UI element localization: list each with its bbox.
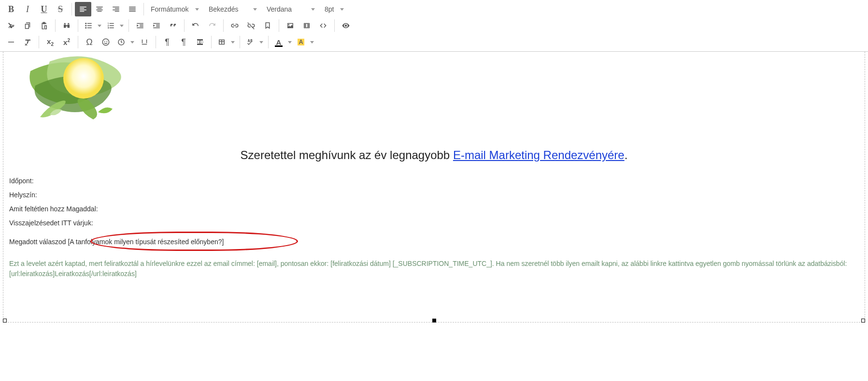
pagebreak-button[interactable]: [192, 35, 208, 49]
nonbreaking-space-button[interactable]: [136, 35, 153, 49]
paste-button[interactable]: [36, 18, 52, 33]
datetime-caret[interactable]: [128, 35, 136, 49]
subscript-button[interactable]: x2: [42, 35, 58, 49]
anchor-button[interactable]: [259, 18, 276, 33]
quote-icon: [169, 21, 177, 30]
place-row: Helyszín:: [9, 190, 859, 200]
outdent-button[interactable]: [132, 18, 148, 33]
svg-point-3: [102, 39, 109, 45]
spellcheck-split: [243, 35, 265, 49]
editor-canvas[interactable]: Szeretettel meghívunk az év legnagyobb E…: [3, 52, 865, 322]
toolbar-row-2: [0, 17, 868, 34]
answer-label: Megadott válaszod: [9, 238, 66, 246]
resize-handle-bl[interactable]: [3, 319, 7, 322]
bullet-list-caret[interactable]: [96, 18, 103, 33]
film-icon: [302, 21, 311, 30]
separator: [334, 19, 335, 32]
formats-dropdown[interactable]: Formátumok: [146, 2, 204, 16]
chevron-down-icon: [120, 25, 124, 27]
invitation-prefix: Szeretettel meghívunk az év legnagyobb: [241, 148, 453, 161]
feedback-row: Visszajelzésedet ITT várjuk:: [9, 219, 859, 228]
rtl-icon: ¶: [181, 37, 186, 47]
align-center-button[interactable]: [91, 2, 108, 16]
paragraph-label: Bekezdés: [209, 5, 238, 13]
subscript-icon: x2: [47, 37, 54, 47]
table-caret[interactable]: [229, 35, 237, 49]
blockquote-button[interactable]: [165, 18, 181, 33]
separator: [78, 36, 78, 48]
align-justify-button[interactable]: [124, 2, 141, 16]
separator: [279, 19, 279, 32]
emoticons-button[interactable]: [98, 35, 114, 49]
align-left-icon: [79, 5, 87, 14]
chevron-down-icon: [130, 41, 134, 44]
spellcheck-caret[interactable]: [257, 35, 265, 49]
underline-button[interactable]: U: [36, 2, 52, 16]
italic-icon: I: [26, 4, 29, 15]
bring-row: Amit feltétlen hozz Magaddal:: [9, 205, 859, 214]
clear-formatting-button[interactable]: [19, 35, 36, 49]
find-replace-button[interactable]: [58, 18, 75, 33]
indent-icon: [152, 21, 161, 30]
indent-button[interactable]: [148, 18, 165, 33]
rtl-button[interactable]: ¶: [175, 35, 192, 49]
bold-button[interactable]: B: [3, 2, 19, 16]
text-color-caret[interactable]: [286, 35, 294, 49]
separator: [143, 3, 144, 15]
spellcheck-button[interactable]: [243, 35, 257, 49]
align-center-icon: [95, 5, 104, 14]
insert-image-button[interactable]: [282, 18, 299, 33]
insert-datetime-button[interactable]: [114, 35, 128, 49]
text-color-button[interactable]: A: [271, 35, 286, 49]
horizontal-rule-button[interactable]: [3, 35, 19, 49]
invitation-link[interactable]: E-mail Marketing Rendezvényére: [453, 148, 625, 161]
bullet-list-icon: [84, 21, 93, 30]
numbered-list-icon: [106, 21, 115, 30]
numbered-list-button[interactable]: [103, 18, 118, 33]
chevron-down-icon: [311, 8, 315, 11]
resize-handle-bc[interactable]: [432, 319, 436, 322]
remove-link-button[interactable]: [243, 18, 259, 33]
align-left-button[interactable]: [75, 2, 91, 16]
datetime-split: [114, 35, 136, 49]
paragraph-dropdown[interactable]: Bekezdés: [204, 2, 262, 16]
spellcheck-icon: [246, 38, 255, 46]
toolbar-row-3: x2 x2 Ω ¶ ¶: [0, 34, 868, 50]
nbsp-icon: [140, 38, 149, 46]
numbered-list-caret[interactable]: [118, 18, 126, 33]
insert-media-button[interactable]: [299, 18, 315, 33]
align-right-button[interactable]: [108, 2, 124, 16]
bullet-list-button[interactable]: [81, 18, 96, 33]
insert-link-button[interactable]: [227, 18, 243, 33]
chevron-down-icon: [259, 41, 263, 44]
preview-button[interactable]: [338, 18, 354, 33]
resize-handle-br[interactable]: [861, 319, 865, 322]
cut-button[interactable]: [3, 18, 19, 33]
svg-point-7: [63, 58, 104, 99]
ltr-button[interactable]: ¶: [159, 35, 175, 49]
undo-button[interactable]: [187, 18, 204, 33]
chevron-down-icon: [340, 8, 344, 11]
undo-icon: [191, 21, 200, 30]
editor-area: Szeretettel meghívunk az év legnagyobb E…: [0, 52, 868, 325]
formats-label: Formátumok: [151, 5, 189, 13]
bg-color-caret[interactable]: [308, 35, 316, 49]
italic-button[interactable]: I: [19, 2, 36, 16]
invitation-headline: Szeretettel meghívunk az év legnagyobb E…: [6, 148, 862, 162]
font-size-dropdown[interactable]: 8pt: [320, 2, 349, 16]
time-row: Időpont:: [9, 176, 859, 186]
chevron-down-icon: [195, 8, 199, 11]
copy-button[interactable]: [19, 18, 36, 33]
superscript-button[interactable]: x2: [58, 35, 75, 49]
strikethrough-button[interactable]: S: [52, 2, 69, 16]
font-family-dropdown[interactable]: Verdana: [262, 2, 320, 16]
background-color-button[interactable]: A: [294, 35, 308, 49]
source-code-button[interactable]: [315, 18, 331, 33]
table-button[interactable]: [214, 35, 229, 49]
text-color-icon: A: [276, 38, 282, 46]
paste-icon: [40, 21, 48, 30]
special-char-button[interactable]: Ω: [81, 35, 98, 49]
redo-button[interactable]: [204, 18, 220, 33]
strike-icon: S: [58, 4, 63, 15]
redo-icon: [208, 21, 216, 30]
